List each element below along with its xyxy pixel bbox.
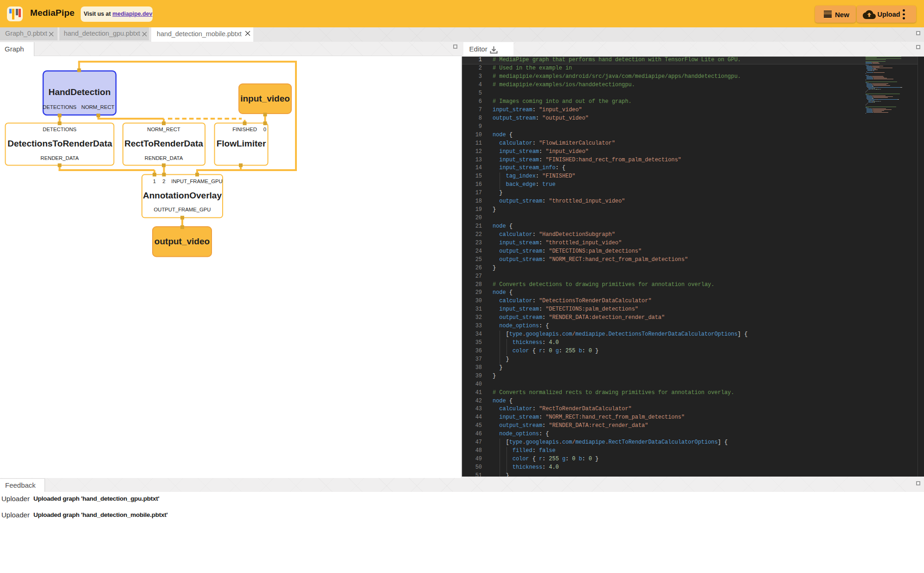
- svg-text:RENDER_DATA: RENDER_DATA: [40, 155, 79, 161]
- svg-text:INPUT_FRAME_GPU: INPUT_FRAME_GPU: [171, 178, 222, 184]
- svg-text:1: 1: [153, 178, 156, 184]
- svg-text:input_video: input_video: [240, 94, 290, 103]
- svg-text:DETECTIONS: DETECTIONS: [43, 127, 77, 132]
- svg-text:output_video: output_video: [154, 236, 210, 246]
- svg-text:FINISHED: FINISHED: [232, 127, 257, 132]
- svg-text:NORM_RECT: NORM_RECT: [147, 127, 180, 132]
- svg-text:RectToRenderData: RectToRenderData: [124, 139, 203, 148]
- svg-text:0: 0: [263, 127, 266, 132]
- svg-text:RENDER_DATA: RENDER_DATA: [145, 155, 183, 161]
- svg-text:2: 2: [162, 178, 165, 184]
- svg-text:NORM_RECT: NORM_RECT: [81, 104, 115, 110]
- svg-text:AnnotationOverlay: AnnotationOverlay: [143, 191, 222, 200]
- svg-text:HandDetection: HandDetection: [48, 87, 110, 97]
- svg-text:FlowLimiter: FlowLimiter: [217, 139, 266, 148]
- svg-text:DetectionsToRenderData: DetectionsToRenderData: [7, 139, 112, 148]
- svg-text:OUTPUT_FRAME_GPU: OUTPUT_FRAME_GPU: [154, 207, 211, 212]
- svg-text:DETECTIONS: DETECTIONS: [43, 104, 77, 110]
